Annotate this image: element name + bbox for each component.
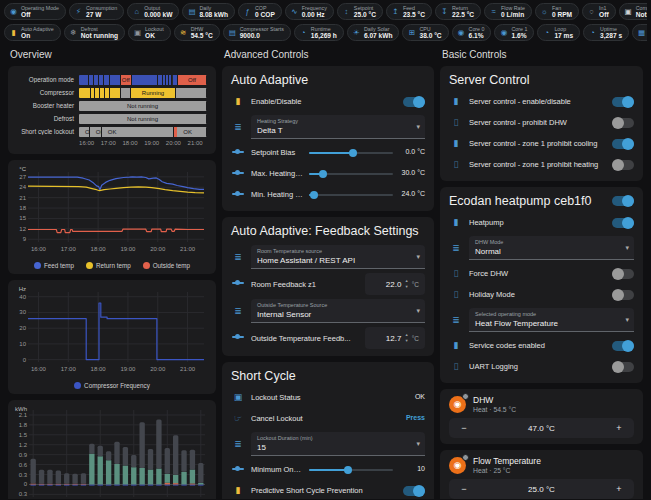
legend-item-feed-temp[interactable]: Feed temp bbox=[34, 262, 74, 269]
slider-knob[interactable] bbox=[344, 466, 352, 474]
badge-loop[interactable]: ◔Loop17 ms bbox=[537, 24, 580, 41]
stepper[interactable]: ▴▾ bbox=[405, 279, 407, 289]
badge-value: 23.5 °C bbox=[403, 11, 425, 19]
svg-text:9: 9 bbox=[23, 236, 27, 242]
heating-strategy-select[interactable]: Heating StrategyDelta T▾ bbox=[251, 115, 425, 139]
select-value: Heat Flow Temperature bbox=[475, 319, 620, 328]
stepper-up-icon[interactable]: ▴ bbox=[405, 333, 407, 338]
increase-button[interactable]: + bbox=[612, 479, 626, 499]
cancel-lockout-button[interactable]: Press bbox=[406, 414, 425, 423]
cpu-icon: ⊞ bbox=[407, 29, 416, 37]
thermostat-header: ◉Flow TemperatureHeat · 25 °C bbox=[449, 456, 634, 474]
enable-disable-toggle[interactable] bbox=[403, 97, 425, 107]
thermostat-icon[interactable]: ◉ bbox=[449, 396, 466, 413]
slider-knob[interactable] bbox=[310, 191, 318, 199]
svg-text:0.3: 0.3 bbox=[19, 472, 28, 478]
server-control-prohibit-dhw-toggle[interactable] bbox=[612, 118, 634, 128]
badge-uptime[interactable]: ◔Uptime3,287 s bbox=[583, 24, 629, 41]
row-cancel-lockout: ☞Cancel LockoutPress bbox=[231, 409, 425, 428]
badge-compressor[interactable]: ▣CompressorNot running bbox=[619, 3, 647, 20]
heatpump-toggle[interactable] bbox=[612, 218, 634, 228]
slider-icon bbox=[231, 168, 245, 180]
badge-setpoint[interactable]: ↕Setpoint25.0 °C bbox=[337, 3, 383, 20]
svg-text:0.9: 0.9 bbox=[19, 452, 28, 458]
legend-dot bbox=[86, 262, 93, 269]
badge-daily[interactable]: ▤Daily8.08 kWh bbox=[182, 3, 235, 20]
badge-flow-rate[interactable]: ≈Flow Rate0 L/min bbox=[484, 3, 532, 20]
svg-text:15: 15 bbox=[19, 215, 26, 221]
setpoint-bias-slider[interactable] bbox=[309, 148, 393, 158]
badge-feed[interactable]: ↥Feed23.5 °C bbox=[386, 3, 432, 20]
badge-cpu[interactable]: ⊞CPU38.0 °C bbox=[402, 24, 448, 41]
stepper-down-icon[interactable]: ▾ bbox=[405, 285, 407, 290]
decrease-button[interactable]: − bbox=[457, 479, 471, 499]
stepper-down-icon[interactable]: ▾ bbox=[405, 339, 407, 344]
max-heating-flow-temper-slider[interactable] bbox=[309, 169, 393, 179]
predictive-short-cycle-prevention-toggle[interactable] bbox=[403, 486, 425, 496]
short-cycle-rows: ▣Lockout StatusOK☞Cancel LockoutPress≣Lo… bbox=[231, 388, 425, 499]
toggle-knob bbox=[612, 361, 624, 373]
badge-core-0[interactable]: ◉Core 06.1% bbox=[452, 24, 492, 41]
decrease-button[interactable]: − bbox=[457, 418, 471, 438]
server-control-enable-disable-toggle[interactable] bbox=[612, 97, 634, 107]
badge-return[interactable]: ↧Return22.5 °C bbox=[435, 3, 481, 20]
short-cycle-card-title: Short Cycle bbox=[231, 369, 425, 383]
badge-text: Setpoint25.0 °C bbox=[354, 5, 376, 19]
holiday-mode-toggle[interactable] bbox=[612, 290, 634, 300]
badge-operating-mode[interactable]: ◉Operating ModeOff bbox=[4, 3, 66, 20]
force-dhw-toggle[interactable] bbox=[612, 269, 634, 279]
badge-in1[interactable]: ○In1Off bbox=[582, 3, 616, 20]
outside-temperature-feedb-input[interactable]: 12.7▴▾°C bbox=[365, 327, 425, 349]
legend-item-outside-temp[interactable]: Outside temp bbox=[143, 262, 190, 269]
select-label: Heating Strategy bbox=[257, 118, 411, 124]
badge-esp-heap[interactable]: ▦ESP Heap140,248 B bbox=[632, 24, 647, 41]
badge-output[interactable]: ⌂Output0.000 kW bbox=[127, 3, 179, 20]
badge-dhw[interactable]: ≋DHW54.5 °C bbox=[174, 24, 220, 41]
badge-lockout[interactable]: ▣LockoutOK bbox=[128, 24, 171, 41]
feedback-settings-card-title: Auto Adaptive: Feedback Settings bbox=[231, 224, 425, 238]
stepper-up-icon[interactable]: ▴ bbox=[405, 279, 407, 284]
badge-fan[interactable]: ☼Fan0 RPM bbox=[535, 3, 579, 20]
increase-button[interactable]: + bbox=[612, 418, 626, 438]
row-label: UART Logging bbox=[469, 362, 606, 371]
room-temperature-source-select[interactable]: Room Temperature sourceHome Assistant / … bbox=[251, 245, 425, 269]
timer-icon: ◔ bbox=[588, 29, 597, 37]
stepper[interactable]: ▴▾ bbox=[405, 333, 407, 343]
server-control-zone-1-prohibit-heating-toggle[interactable] bbox=[612, 160, 634, 170]
selected-operating-mode-select[interactable]: Selected operating modeHeat Flow Tempera… bbox=[469, 308, 634, 332]
slider-knob[interactable] bbox=[319, 170, 327, 178]
row-label: Lockout Status bbox=[251, 393, 409, 402]
server-control-zone-1-prohibit-cooling-toggle[interactable] bbox=[612, 139, 634, 149]
badge-defrost[interactable]: ❄DefrostNot running bbox=[64, 24, 125, 41]
badge-compressor-starts[interactable]: ▤Compressor Starts9000.0 bbox=[223, 24, 291, 41]
min-heating-flow-temper-slider[interactable] bbox=[309, 190, 393, 200]
outside-temperature-source-select[interactable]: Outside Temperature SourceInternal Senso… bbox=[251, 299, 425, 323]
badge-label: Daily Solar bbox=[364, 26, 393, 32]
badge-runtime[interactable]: ◔Runtime16,269 h bbox=[294, 24, 344, 41]
legend-item-return-temp[interactable]: Return temp bbox=[86, 262, 131, 269]
badge-auto-adaptive[interactable]: ▮Auto AdaptiveOn bbox=[4, 24, 61, 41]
badge-cop[interactable]: ƒCOP0 COP bbox=[238, 3, 282, 20]
badge-daily-solar[interactable]: ☀Daily Solar6.07 kWh bbox=[347, 24, 400, 41]
timeline-segment bbox=[79, 88, 91, 98]
uart-logging-toggle[interactable] bbox=[612, 362, 634, 372]
minimum-on-time-slider[interactable] bbox=[309, 465, 393, 475]
badge-frequency[interactable]: ∿Frequency0.00 Hz bbox=[285, 3, 334, 20]
slider-knob[interactable] bbox=[349, 149, 357, 157]
ecodan-master-toggle[interactable] bbox=[612, 196, 634, 206]
lockout-duration-min-select[interactable]: Lockout Duration (min)15▾ bbox=[251, 432, 425, 456]
room-feedback-z1-input[interactable]: 22.0▴▾°C bbox=[365, 273, 425, 295]
select-label: DHW Mode bbox=[475, 239, 620, 245]
service-codes-enabled-toggle[interactable] bbox=[612, 341, 634, 351]
thermostat-icon[interactable]: ◉ bbox=[449, 457, 466, 474]
badge-core-1[interactable]: ◉Core 11.6% bbox=[494, 24, 534, 41]
row-label: Server control - enable/disable bbox=[469, 97, 606, 106]
fan-icon: ☼ bbox=[540, 8, 549, 16]
row-label: Room Feedback z1 bbox=[251, 280, 359, 289]
legend-item-compressor-frequency[interactable]: Compressor Frequency bbox=[74, 382, 150, 389]
svg-text:20:00: 20:00 bbox=[150, 366, 166, 372]
row-label: Server control - zone 1 prohibit heating bbox=[469, 160, 606, 169]
row-max-heating-flow-temper: Max. Heating Flow Temper...30.0 °C bbox=[231, 164, 425, 183]
dhw-mode-select[interactable]: DHW ModeNormal▾ bbox=[469, 236, 634, 260]
badge-consumption[interactable]: ⚡Consumption27 W bbox=[69, 3, 124, 20]
